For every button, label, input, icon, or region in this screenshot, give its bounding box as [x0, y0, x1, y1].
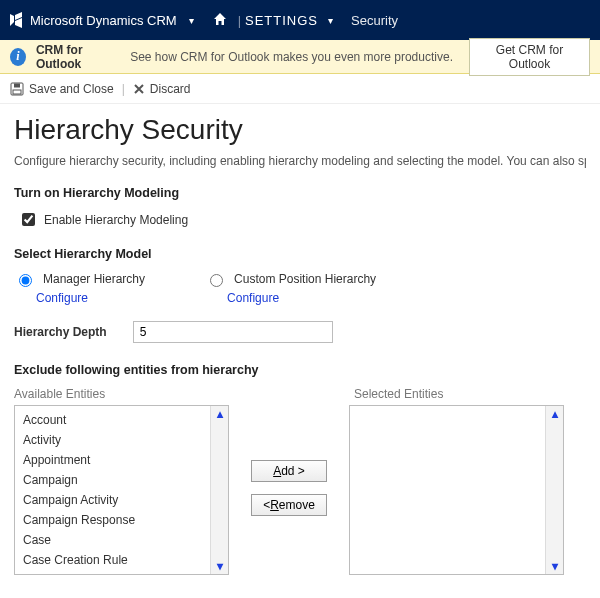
enable-hierarchy-label: Enable Hierarchy Modeling [44, 213, 188, 227]
scroll-up-icon[interactable]: ▴ [217, 408, 223, 420]
list-item[interactable]: Appointment [15, 450, 210, 470]
available-entities-listbox[interactable]: AccountActivityAppointmentCampaignCampai… [14, 405, 229, 575]
available-scrollbar[interactable]: ▴ ▾ [210, 406, 228, 574]
close-icon [133, 83, 145, 95]
list-item[interactable]: Case [15, 530, 210, 550]
scroll-up-icon[interactable]: ▴ [552, 408, 558, 420]
settings-label: SETTINGS [245, 13, 318, 28]
discard-button[interactable]: Discard [133, 82, 191, 96]
section-turn-on: Turn on Hierarchy Modeling [14, 186, 586, 200]
list-item[interactable]: Campaign Activity [15, 490, 210, 510]
radio-manager-hierarchy: Manager Hierarchy Configure [14, 271, 145, 305]
selected-entities-listbox[interactable]: ▴ ▾ [349, 405, 564, 575]
radio-custom-position: Custom Position Hierarchy Configure [205, 271, 376, 305]
available-entities-label: Available Entities [14, 387, 234, 401]
toolbar-separator: | [122, 82, 125, 96]
section-exclude: Exclude following entities from hierarch… [14, 363, 586, 377]
svg-rect-2 [13, 90, 21, 94]
page-title: Hierarchy Security [14, 114, 586, 146]
page-content: Hierarchy Security Configure hierarchy s… [0, 104, 600, 575]
list-item[interactable]: Case Creation Rule [15, 550, 210, 570]
manager-hierarchy-label: Manager Hierarchy [43, 272, 145, 286]
list-item[interactable]: Account [15, 410, 210, 430]
list-item[interactable]: Case Resolution [15, 570, 210, 574]
settings-nav[interactable]: SETTINGS ▾ [245, 13, 339, 28]
home-icon[interactable] [212, 11, 228, 30]
brand-text: Microsoft Dynamics CRM [30, 13, 177, 28]
dynamics-logo-icon [8, 12, 24, 28]
breadcrumb-security[interactable]: Security [351, 13, 398, 28]
nav-separator: | [238, 13, 241, 28]
selected-scrollbar[interactable]: ▴ ▾ [545, 406, 563, 574]
custom-position-radio[interactable] [210, 274, 223, 287]
remove-button[interactable]: < Remove [251, 494, 327, 516]
list-item[interactable]: Activity [15, 430, 210, 450]
scroll-down-icon[interactable]: ▾ [552, 560, 558, 572]
svg-rect-1 [14, 83, 20, 87]
section-select-model: Select Hierarchy Model [14, 247, 586, 261]
chevron-down-icon: ▾ [189, 15, 194, 26]
top-navbar: Microsoft Dynamics CRM ▾ | SETTINGS ▾ Se… [0, 0, 600, 40]
dual-listbox: AccountActivityAppointmentCampaignCampai… [14, 405, 586, 575]
scroll-down-icon[interactable]: ▾ [217, 560, 223, 572]
transfer-buttons: Add > < Remove [229, 405, 349, 516]
list-item[interactable]: Campaign [15, 470, 210, 490]
discard-label: Discard [150, 82, 191, 96]
get-crm-outlook-button[interactable]: Get CRM for Outlook [469, 38, 590, 76]
selected-entities-label: Selected Entities [354, 387, 443, 401]
page-toolbar: Save and Close | Discard [0, 74, 600, 104]
chevron-down-icon: ▾ [328, 15, 333, 26]
save-and-close-button[interactable]: Save and Close [10, 82, 114, 96]
save-icon [10, 82, 24, 96]
page-description: Configure hierarchy security, including … [14, 154, 586, 168]
custom-position-label: Custom Position Hierarchy [234, 272, 376, 286]
list-item[interactable]: Campaign Response [15, 510, 210, 530]
save-label: Save and Close [29, 82, 114, 96]
info-icon: i [10, 48, 26, 66]
hierarchy-depth-input[interactable] [133, 321, 333, 343]
outlook-info-bar: i CRM for Outlook See how CRM for Outloo… [0, 40, 600, 74]
add-button[interactable]: Add > [251, 460, 327, 482]
configure-custom-link[interactable]: Configure [227, 291, 376, 305]
info-text: See how CRM for Outlook makes you even m… [130, 50, 453, 64]
info-title: CRM for Outlook [36, 43, 120, 71]
configure-manager-link[interactable]: Configure [36, 291, 145, 305]
manager-hierarchy-radio[interactable] [19, 274, 32, 287]
enable-hierarchy-checkbox[interactable] [22, 213, 35, 226]
hierarchy-depth-label: Hierarchy Depth [14, 325, 107, 339]
brand-block[interactable]: Microsoft Dynamics CRM ▾ [8, 12, 206, 28]
